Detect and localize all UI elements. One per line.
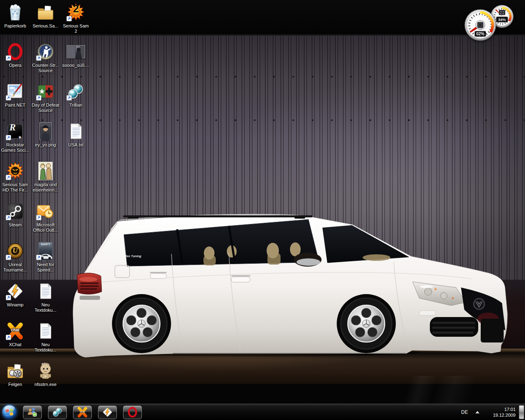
cpu-chip-icon — [477, 22, 483, 28]
text-doc-icon — [36, 321, 55, 341]
icon-label: Need forSpeed... — [37, 262, 54, 273]
desktop-icon-steam[interactable]: Steam — [0, 201, 30, 228]
clock[interactable]: 17:01 19.12.2009 — [486, 406, 516, 418]
text-doc-icon — [66, 121, 85, 141]
desktop-icon-soooo-suess[interactable]: soooo_süß.... — [61, 42, 91, 68]
opera-icon — [6, 42, 25, 62]
icon-label: Papierkorb — [4, 23, 26, 29]
desktop-icon-winamp[interactable]: Winamp — [0, 281, 30, 308]
icon-label: MicrosoftOffice Outl... — [33, 222, 58, 233]
tray-chevron-icon[interactable] — [475, 411, 479, 413]
folder-icon — [36, 2, 55, 22]
desktop-icon-serious-sa-folder[interactable]: Serious.Sa... — [31, 2, 60, 29]
shortcut-arrow-icon — [6, 175, 11, 180]
xchat-icon: chat — [77, 406, 89, 418]
cpu-usage-value: 02% — [476, 32, 484, 36]
desktop-icon-serious-sam-hd[interactable]: Serious SamHD The Fir... — [0, 161, 30, 193]
shortcut-arrow-icon — [6, 335, 11, 340]
shortcut-arrow-icon — [6, 255, 11, 260]
taskbar: chat DE 17:01 19.12.2009 — [0, 404, 525, 420]
icon-label: Opera — [9, 63, 22, 68]
desktop-icon-neu-textdokument-1[interactable]: NeuTextdoku... — [31, 281, 60, 313]
icon-label: NeuTextdoku... — [34, 342, 56, 353]
folder-wheels-icon — [6, 361, 25, 381]
desktop-icon-need-for-speed-shift[interactable]: SHIFT Need forSpeed... — [31, 241, 60, 273]
text-doc-icon — [36, 281, 55, 301]
desktop-icon-opera[interactable]: Opera — [0, 42, 30, 68]
outlook-icon — [36, 201, 55, 221]
desktop-icon-serious-sam-2[interactable]: 2 Serious Sam2 — [61, 2, 91, 34]
trillian-icon — [52, 406, 64, 418]
ram-usage-value: 34% — [498, 17, 506, 22]
winamp-icon — [6, 281, 25, 301]
shortcut-arrow-icon — [36, 215, 41, 220]
icon-label: ey_yo.png — [35, 142, 56, 148]
steam-icon — [6, 201, 25, 221]
mascot-icon — [36, 361, 55, 381]
shortcut-arrow-icon — [6, 135, 11, 140]
desktop-icon-ey-yo-png[interactable]: ey_yo.png — [31, 121, 60, 148]
winamp-icon — [102, 406, 114, 418]
desktop-icon-felgen[interactable]: Felgen — [0, 361, 30, 387]
desktop-icon-nfsstrn-exe[interactable]: nfsstrn.exe — [31, 361, 60, 387]
desktop-icon-rockstar-games-social[interactable]: R★ RockstarGames Soci... — [0, 121, 30, 153]
quicklaunch-opera-button[interactable] — [123, 406, 142, 419]
desktop-icon-magda-und-eisenheinrich[interactable]: magda undeisenheinri... — [31, 161, 60, 193]
quicklaunch-xchat-button[interactable]: chat — [73, 406, 92, 419]
photo-comic-icon — [36, 161, 55, 181]
icon-label: Trillian — [69, 103, 82, 108]
unreal-icon: U — [6, 241, 25, 261]
icon-label: Counter-Str...Source — [32, 63, 59, 73]
icon-label: Day of DefeatSource — [32, 103, 59, 113]
icon-label: Felgen — [8, 382, 22, 387]
shortcut-arrow-icon — [66, 16, 72, 21]
photo-portrait-icon — [36, 121, 55, 141]
serious-sam-2-icon: 2 — [66, 2, 85, 22]
show-desktop-button[interactable] — [519, 405, 524, 419]
desktop-icon-counter-strike-source[interactable]: Counter-Str...Source — [31, 42, 60, 73]
desktop-icon-trillian[interactable]: Trillian — [61, 82, 91, 108]
icon-label: NeuTextdoku... — [34, 302, 56, 313]
desktop-icon-unreal-tournament[interactable]: U UnrealTourname... — [0, 241, 30, 273]
icon-label: Serious SamHD The Fir... — [2, 182, 28, 193]
icon-label: RockstarGames Soci... — [1, 142, 29, 153]
icon-label: Serious.Sa... — [33, 23, 59, 29]
desktop-icon-microsoft-office-outlook[interactable]: MicrosoftOffice Outl... — [31, 201, 60, 233]
desktop-icon-xchat[interactable]: chat XChat — [0, 321, 30, 347]
wall-rivet-row — [0, 75, 525, 78]
serious-sam-hd-icon — [6, 161, 25, 181]
system-tray: DE 17:01 19.12.2009 — [461, 404, 525, 420]
ram-chip-icon — [499, 10, 505, 15]
cpu-gauge[interactable]: 02% — [464, 9, 497, 41]
desktop-icon-day-of-defeat-source[interactable]: Day of DefeatSource — [31, 82, 60, 113]
language-indicator[interactable]: DE — [461, 409, 468, 415]
cs-source-icon — [36, 42, 55, 62]
icon-label: Serious Sam2 — [63, 23, 89, 34]
desktop-icon-paint-net[interactable]: Paint.NET — [0, 82, 30, 108]
car-window-sticker: Reflex Tuning — [121, 254, 142, 258]
nfs-shift-icon: SHIFT — [36, 241, 55, 261]
photo-landscape-icon — [66, 42, 85, 62]
start-button[interactable] — [2, 405, 17, 420]
dod-source-icon — [36, 82, 55, 101]
icon-label: Winamp — [7, 302, 23, 308]
icon-label: soooo_süß.... — [62, 63, 90, 68]
recycle-bin-icon — [6, 2, 25, 22]
rockstar-icon: R★ — [6, 121, 25, 141]
desktop-icon-usa-txt[interactable]: USA.txt — [61, 121, 91, 148]
clock-time: 17:01 — [486, 406, 516, 412]
shortcut-arrow-icon — [6, 95, 11, 100]
xchat-icon: chat — [6, 321, 25, 341]
shortcut-arrow-icon — [36, 95, 41, 100]
desktop-icon-papierkorb[interactable]: Papierkorb — [0, 2, 30, 29]
shortcut-arrow-icon — [6, 295, 11, 300]
icon-label: magda undeisenheinri... — [33, 182, 58, 193]
quicklaunch-messenger-button[interactable] — [23, 406, 42, 419]
shortcut-arrow-icon — [66, 95, 72, 100]
shortcut-arrow-icon — [36, 255, 41, 260]
icon-label: nfsstrn.exe — [34, 382, 57, 387]
desktop-icon-neu-textdokument-2[interactable]: NeuTextdoku... — [31, 321, 60, 353]
quicklaunch-winamp-button[interactable] — [98, 406, 117, 419]
clock-date: 19.12.2009 — [486, 412, 516, 418]
quicklaunch-trillian-button[interactable] — [48, 406, 67, 419]
